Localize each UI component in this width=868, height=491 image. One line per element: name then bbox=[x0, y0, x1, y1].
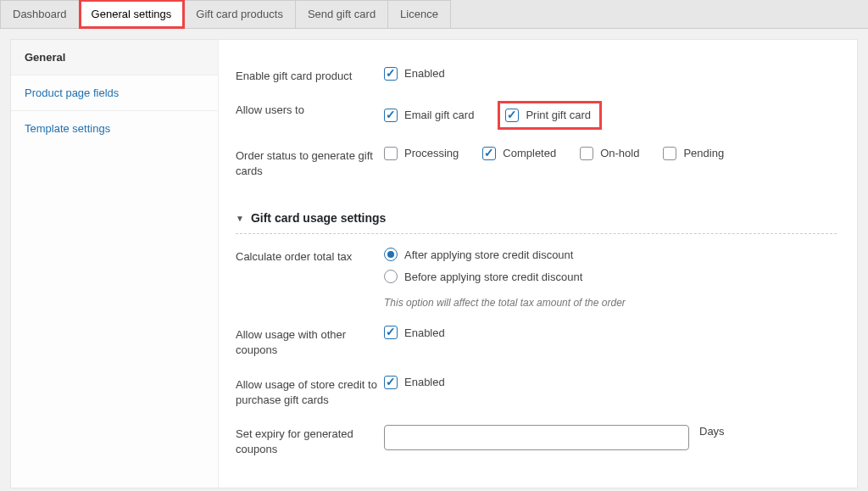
tab-dashboard[interactable]: Dashboard bbox=[0, 0, 80, 28]
allow-store-credit-label: Allow usage of store credit to purchase … bbox=[236, 376, 384, 408]
tab-general-settings[interactable]: General settings bbox=[80, 0, 185, 28]
tab-bar: Dashboard General settings Gift card pro… bbox=[0, 0, 868, 29]
allow-users-to-label: Allow users to bbox=[236, 101, 384, 118]
status-pending-label: Pending bbox=[683, 147, 724, 159]
sidebar: General Product page fields Template set… bbox=[11, 40, 219, 488]
calculate-tax-label: Calculate order total tax bbox=[236, 248, 384, 265]
tax-before-discount-radio[interactable]: Before applying store credit discount bbox=[384, 270, 626, 283]
email-gift-card-checkbox[interactable]: Email gift card bbox=[384, 109, 474, 122]
collapse-arrow-icon: ▼ bbox=[236, 214, 244, 223]
section-title: Gift card usage settings bbox=[251, 211, 386, 225]
allow-store-credit-checkbox-label: Enabled bbox=[404, 376, 445, 388]
status-processing-checkbox[interactable]: Processing bbox=[384, 147, 459, 160]
email-gift-card-checkbox-label: Email gift card bbox=[404, 109, 474, 121]
sidebar-item-template-settings[interactable]: Template settings bbox=[11, 111, 218, 146]
status-pending-checkbox[interactable]: Pending bbox=[663, 147, 724, 160]
tax-after-discount-label: After applying store credit discount bbox=[404, 248, 573, 261]
order-status-label: Order status to generate gift cards bbox=[236, 147, 384, 179]
tab-send-gift-card[interactable]: Send gift card bbox=[296, 0, 388, 28]
expiry-days-input[interactable] bbox=[384, 425, 689, 450]
status-onhold-checkbox[interactable]: On-hold bbox=[580, 147, 639, 160]
sidebar-item-general[interactable]: General bbox=[11, 40, 218, 75]
status-processing-label: Processing bbox=[404, 147, 459, 159]
tab-gift-card-products[interactable]: Gift card products bbox=[184, 0, 296, 28]
content-panel: Enable gift card product Enabled Allow u… bbox=[219, 40, 857, 488]
enable-gift-card-checkbox-label: Enabled bbox=[404, 67, 445, 80]
tax-before-discount-label: Before applying store credit discount bbox=[404, 271, 582, 283]
tax-help-text: This option will affect the total tax am… bbox=[384, 297, 626, 309]
set-expiry-label: Set expiry for generated coupons bbox=[236, 425, 384, 457]
allow-other-coupons-label: Allow usage with other coupons bbox=[236, 326, 384, 358]
print-gift-card-checkbox-label: Print gift card bbox=[526, 109, 591, 121]
enable-gift-card-checkbox[interactable]: Enabled bbox=[384, 67, 445, 81]
status-completed-checkbox[interactable]: Completed bbox=[482, 147, 556, 160]
sidebar-item-product-page-fields[interactable]: Product page fields bbox=[11, 75, 218, 111]
tax-after-discount-radio[interactable]: After applying store credit discount bbox=[384, 248, 626, 261]
tab-licence[interactable]: Licence bbox=[388, 0, 451, 28]
status-onhold-label: On-hold bbox=[600, 147, 639, 159]
allow-store-credit-checkbox[interactable]: Enabled bbox=[384, 376, 445, 389]
status-completed-label: Completed bbox=[503, 147, 556, 159]
enable-gift-card-label: Enable gift card product bbox=[236, 67, 384, 84]
gift-card-usage-settings-header[interactable]: ▼ Gift card usage settings bbox=[236, 206, 837, 234]
allow-other-coupons-checkbox[interactable]: Enabled bbox=[384, 326, 445, 339]
expiry-suffix: Days bbox=[699, 425, 725, 438]
print-gift-card-checkbox[interactable]: Print gift card bbox=[498, 101, 602, 130]
allow-other-coupons-checkbox-label: Enabled bbox=[404, 326, 445, 339]
